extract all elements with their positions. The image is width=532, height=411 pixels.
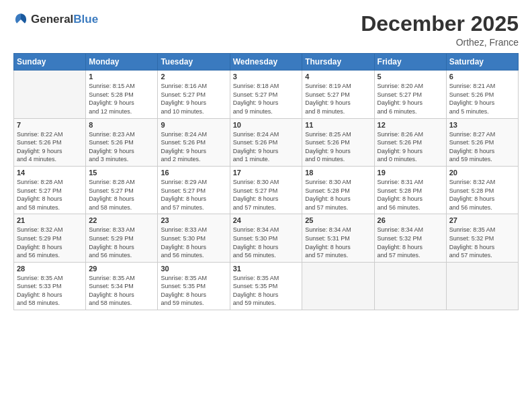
calendar-cell: 13Sunrise: 8:27 AMSunset: 5:26 PMDayligh… <box>446 118 518 166</box>
calendar: Sunday Monday Tuesday Wednesday Thursday… <box>13 53 519 310</box>
calendar-cell: 7Sunrise: 8:22 AMSunset: 5:26 PMDaylight… <box>14 118 86 166</box>
day-number: 29 <box>89 265 154 273</box>
calendar-cell: 22Sunrise: 8:33 AMSunset: 5:29 PMDayligh… <box>86 214 158 262</box>
day-number: 2 <box>161 73 226 81</box>
calendar-cell: 3Sunrise: 8:18 AMSunset: 5:27 PMDaylight… <box>230 71 302 118</box>
day-info: Sunrise: 8:30 AMSunset: 5:28 PMDaylight:… <box>305 178 371 212</box>
day-number: 15 <box>89 169 154 177</box>
calendar-cell: 29Sunrise: 8:35 AMSunset: 5:34 PMDayligh… <box>86 262 158 310</box>
calendar-cell: 25Sunrise: 8:34 AMSunset: 5:31 PMDayligh… <box>302 214 374 262</box>
calendar-cell <box>14 71 86 118</box>
day-info: Sunrise: 8:33 AMSunset: 5:29 PMDaylight:… <box>89 226 154 259</box>
calendar-cell: 11Sunrise: 8:25 AMSunset: 5:26 PMDayligh… <box>302 118 374 166</box>
calendar-cell: 5Sunrise: 8:20 AMSunset: 5:27 PMDaylight… <box>374 71 446 118</box>
day-info: Sunrise: 8:32 AMSunset: 5:29 PMDaylight:… <box>17 226 83 259</box>
day-info: Sunrise: 8:18 AMSunset: 5:27 PMDaylight:… <box>233 82 300 116</box>
day-info: Sunrise: 8:34 AMSunset: 5:31 PMDaylight:… <box>305 226 371 259</box>
day-info: Sunrise: 8:15 AMSunset: 5:28 PMDaylight:… <box>89 82 154 116</box>
day-info: Sunrise: 8:35 AMSunset: 5:35 PMDaylight:… <box>233 274 300 308</box>
calendar-cell: 2Sunrise: 8:16 AMSunset: 5:27 PMDaylight… <box>158 71 230 118</box>
day-number: 1 <box>89 73 154 81</box>
calendar-cell: 30Sunrise: 8:35 AMSunset: 5:35 PMDayligh… <box>158 262 230 310</box>
calendar-cell: 23Sunrise: 8:33 AMSunset: 5:30 PMDayligh… <box>158 214 230 262</box>
calendar-cell: 26Sunrise: 8:34 AMSunset: 5:32 PMDayligh… <box>374 214 446 262</box>
col-tuesday: Tuesday <box>158 54 230 71</box>
day-info: Sunrise: 8:28 AMSunset: 5:27 PMDaylight:… <box>89 178 154 212</box>
day-info: Sunrise: 8:20 AMSunset: 5:27 PMDaylight:… <box>378 82 443 116</box>
day-info: Sunrise: 8:24 AMSunset: 5:26 PMDaylight:… <box>233 130 300 164</box>
title-block: December 2025 Orthez, France <box>361 12 519 48</box>
day-number: 8 <box>89 121 154 129</box>
header: GeneralBlue December 2025 Orthez, France <box>13 12 519 48</box>
day-number: 11 <box>305 121 371 129</box>
day-number: 12 <box>378 121 443 129</box>
calendar-cell: 16Sunrise: 8:29 AMSunset: 5:27 PMDayligh… <box>158 166 230 214</box>
day-info: Sunrise: 8:27 AMSunset: 5:26 PMDaylight:… <box>449 130 515 164</box>
calendar-cell <box>446 262 518 310</box>
day-info: Sunrise: 8:23 AMSunset: 5:26 PMDaylight:… <box>89 130 154 164</box>
calendar-cell: 17Sunrise: 8:30 AMSunset: 5:27 PMDayligh… <box>230 166 302 214</box>
day-info: Sunrise: 8:28 AMSunset: 5:27 PMDaylight:… <box>17 178 83 212</box>
day-number: 26 <box>378 216 443 224</box>
day-info: Sunrise: 8:30 AMSunset: 5:27 PMDaylight:… <box>233 178 300 212</box>
calendar-cell: 27Sunrise: 8:35 AMSunset: 5:32 PMDayligh… <box>446 214 518 262</box>
calendar-cell: 28Sunrise: 8:35 AMSunset: 5:33 PMDayligh… <box>14 262 86 310</box>
month-title: December 2025 <box>361 12 519 36</box>
calendar-cell: 9Sunrise: 8:24 AMSunset: 5:26 PMDaylight… <box>158 118 230 166</box>
calendar-cell: 24Sunrise: 8:34 AMSunset: 5:30 PMDayligh… <box>230 214 302 262</box>
calendar-cell: 6Sunrise: 8:21 AMSunset: 5:26 PMDaylight… <box>446 71 518 118</box>
calendar-week-5: 28Sunrise: 8:35 AMSunset: 5:33 PMDayligh… <box>14 262 519 310</box>
calendar-cell: 4Sunrise: 8:19 AMSunset: 5:27 PMDaylight… <box>302 71 374 118</box>
col-monday: Monday <box>86 54 158 71</box>
day-number: 6 <box>449 73 515 81</box>
calendar-cell: 12Sunrise: 8:26 AMSunset: 5:26 PMDayligh… <box>374 118 446 166</box>
day-number: 17 <box>233 169 300 177</box>
day-info: Sunrise: 8:31 AMSunset: 5:28 PMDaylight:… <box>378 178 443 212</box>
day-info: Sunrise: 8:34 AMSunset: 5:32 PMDaylight:… <box>378 226 443 259</box>
day-number: 9 <box>161 121 226 129</box>
calendar-cell: 19Sunrise: 8:31 AMSunset: 5:28 PMDayligh… <box>374 166 446 214</box>
day-info: Sunrise: 8:34 AMSunset: 5:30 PMDaylight:… <box>233 226 300 259</box>
logo-general: GeneralBlue <box>31 13 98 26</box>
day-number: 25 <box>305 216 371 224</box>
day-info: Sunrise: 8:25 AMSunset: 5:26 PMDaylight:… <box>305 130 371 164</box>
day-number: 24 <box>233 216 300 224</box>
calendar-cell <box>302 262 374 310</box>
calendar-week-4: 21Sunrise: 8:32 AMSunset: 5:29 PMDayligh… <box>14 214 519 262</box>
day-number: 21 <box>17 216 83 224</box>
weekday-header-row: Sunday Monday Tuesday Wednesday Thursday… <box>14 54 519 71</box>
day-number: 3 <box>233 73 300 81</box>
calendar-week-3: 14Sunrise: 8:28 AMSunset: 5:27 PMDayligh… <box>14 166 519 214</box>
day-info: Sunrise: 8:35 AMSunset: 5:33 PMDaylight:… <box>17 274 83 308</box>
day-number: 14 <box>17 169 83 177</box>
calendar-cell: 20Sunrise: 8:32 AMSunset: 5:28 PMDayligh… <box>446 166 518 214</box>
day-info: Sunrise: 8:19 AMSunset: 5:27 PMDaylight:… <box>305 82 371 116</box>
day-number: 16 <box>161 169 226 177</box>
day-number: 27 <box>449 216 515 224</box>
day-info: Sunrise: 8:29 AMSunset: 5:27 PMDaylight:… <box>161 178 226 212</box>
day-number: 5 <box>378 73 443 81</box>
day-info: Sunrise: 8:16 AMSunset: 5:27 PMDaylight:… <box>161 82 226 116</box>
day-number: 23 <box>161 216 226 224</box>
col-sunday: Sunday <box>14 54 86 71</box>
logo: GeneralBlue <box>13 12 98 27</box>
day-info: Sunrise: 8:35 AMSunset: 5:35 PMDaylight:… <box>161 274 226 308</box>
calendar-cell: 31Sunrise: 8:35 AMSunset: 5:35 PMDayligh… <box>230 262 302 310</box>
calendar-week-1: 1Sunrise: 8:15 AMSunset: 5:28 PMDaylight… <box>14 71 519 118</box>
calendar-cell: 10Sunrise: 8:24 AMSunset: 5:26 PMDayligh… <box>230 118 302 166</box>
day-info: Sunrise: 8:32 AMSunset: 5:28 PMDaylight:… <box>449 178 515 212</box>
day-info: Sunrise: 8:21 AMSunset: 5:26 PMDaylight:… <box>449 82 515 116</box>
day-number: 20 <box>449 169 515 177</box>
calendar-cell: 18Sunrise: 8:30 AMSunset: 5:28 PMDayligh… <box>302 166 374 214</box>
day-number: 19 <box>378 169 443 177</box>
calendar-cell: 8Sunrise: 8:23 AMSunset: 5:26 PMDaylight… <box>86 118 158 166</box>
calendar-cell <box>374 262 446 310</box>
calendar-cell: 1Sunrise: 8:15 AMSunset: 5:28 PMDaylight… <box>86 71 158 118</box>
day-number: 30 <box>161 265 226 273</box>
day-number: 4 <box>305 73 371 81</box>
calendar-cell: 15Sunrise: 8:28 AMSunset: 5:27 PMDayligh… <box>86 166 158 214</box>
calendar-cell: 21Sunrise: 8:32 AMSunset: 5:29 PMDayligh… <box>14 214 86 262</box>
calendar-week-2: 7Sunrise: 8:22 AMSunset: 5:26 PMDaylight… <box>14 118 519 166</box>
day-number: 10 <box>233 121 300 129</box>
day-info: Sunrise: 8:22 AMSunset: 5:26 PMDaylight:… <box>17 130 83 164</box>
